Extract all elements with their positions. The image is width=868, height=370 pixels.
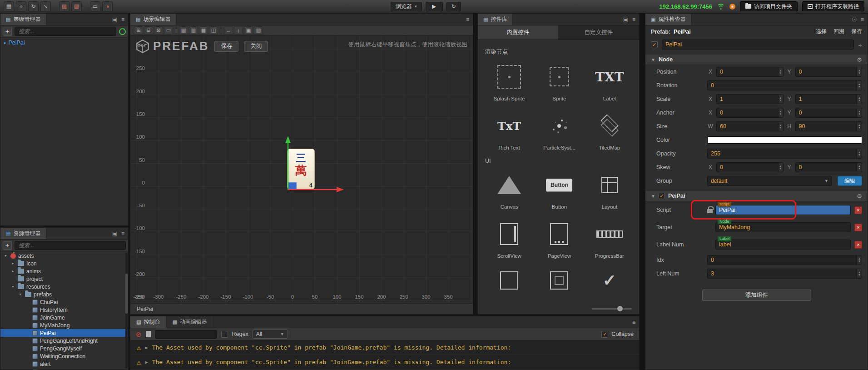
expand-panel-icon[interactable]: ⊡ <box>852 16 857 23</box>
rotation-field[interactable]: 0▲▼ <box>707 80 862 90</box>
anchor-handle[interactable] <box>288 182 297 190</box>
scene-canvas[interactable]: PREFAB 保存 关闭 使用鼠标右键平移视窗焦点，使用滚轮缩放视图 300 2… <box>130 35 473 303</box>
asset-item[interactable]: ▸ anims <box>0 267 128 275</box>
expand-icon[interactable]: ▶ <box>145 360 148 365</box>
library-zoom-slider[interactable] <box>592 308 632 310</box>
asset-item[interactable]: ▾ prefabs <box>0 290 128 298</box>
gear-icon[interactable]: ⚙ <box>857 193 862 200</box>
anchor-y-field[interactable]: 0▲▼ <box>795 108 863 118</box>
menu-icon[interactable]: ≡ <box>121 16 124 23</box>
rect-transform-icon[interactable]: ▭ <box>90 1 100 12</box>
slider-knob[interactable] <box>617 306 623 311</box>
library-item-rich-text[interactable]: TxT Rich Text <box>484 111 534 150</box>
target-field[interactable]: MyMahJong <box>715 222 851 232</box>
left-num-field[interactable]: 3▲▼ <box>707 269 862 279</box>
library-item-progressbar[interactable]: ProgressBar <box>585 220 635 259</box>
tab-scene-editor[interactable]: ▤ 场景编辑器 <box>130 14 176 25</box>
label-num-field[interactable]: label <box>715 240 851 250</box>
position-y-field[interactable]: 0▲▼ <box>795 67 863 77</box>
create-node-button[interactable]: + <box>3 27 12 36</box>
component-enabled-checkbox[interactable]: ✓ <box>659 193 665 199</box>
asset-item[interactable]: ChuPai <box>0 298 128 306</box>
snapshot-icon[interactable]: ▣ <box>623 16 628 23</box>
menu-icon[interactable]: ≡ <box>632 319 635 325</box>
size-w-field[interactable]: 60▲▼ <box>716 121 784 131</box>
scene-toolbar-icon[interactable]: ▥ <box>189 26 198 35</box>
play-button[interactable]: ▶ <box>426 2 443 11</box>
scene-toolbar-icon[interactable]: ⊞ <box>134 26 143 35</box>
scene-toolbar-icon[interactable]: ◫ <box>209 26 218 35</box>
scene-toolbar-icon[interactable]: ▧ <box>254 26 263 35</box>
snapshot-icon[interactable]: ▣ <box>112 230 117 237</box>
chevron-down-icon[interactable]: ▾ <box>10 285 15 289</box>
library-item-widget[interactable] <box>534 266 584 295</box>
script-field[interactable]: PeiPai <box>715 205 851 215</box>
color-swatch[interactable] <box>707 136 862 144</box>
rotate-tool-icon[interactable]: ↻ <box>28 1 39 12</box>
asset-item[interactable]: HistoryItem <box>0 306 128 314</box>
expand-icon[interactable]: ▶ <box>145 345 148 350</box>
y-axis-arrow[interactable] <box>285 136 291 143</box>
regex-checkbox[interactable]: ✓ <box>221 331 228 338</box>
save-prefab-button[interactable]: 保存 <box>214 41 238 52</box>
chevron-down-icon[interactable]: ▾ <box>3 254 8 258</box>
asset-item[interactable]: emoji <box>0 368 128 370</box>
scene-toolbar-icon[interactable]: ▣ <box>244 26 253 35</box>
close-prefab-button[interactable]: 关闭 <box>244 41 268 52</box>
console-filter-input[interactable] <box>155 330 217 339</box>
node-active-checkbox[interactable]: ✓ <box>651 41 658 48</box>
scene-toolbar-icon[interactable]: ▦ <box>199 26 208 35</box>
scene-toolbar-icon[interactable]: ⊠ <box>154 26 163 35</box>
console-warning-row[interactable]: ⚠ ▶ The Asset used by component "cc.Spri… <box>130 340 639 355</box>
size-h-field[interactable]: 90▲▼ <box>795 121 863 131</box>
coordinate-toggle-icon[interactable]: ▧ <box>71 1 82 12</box>
library-item-tiledmap[interactable]: TiledMap <box>585 111 635 150</box>
create-asset-button[interactable]: + <box>3 241 12 250</box>
refresh-button[interactable]: ↻ <box>446 2 461 11</box>
chevron-right-icon[interactable]: ▸ <box>10 261 15 265</box>
skew-y-field[interactable]: 0▲▼ <box>795 162 863 172</box>
library-item-button[interactable]: Button Button <box>534 170 584 210</box>
tab-inspector[interactable]: ▣ 属性检查器 <box>645 14 691 25</box>
menu-icon[interactable]: ≡ <box>861 16 864 23</box>
menu-icon[interactable]: ≡ <box>466 16 469 23</box>
color-mode-icon[interactable]: ◑ <box>102 1 113 12</box>
open-project-folder-button[interactable]: 访问项目文件夹 <box>740 1 798 11</box>
asset-item[interactable]: WaitingConnection <box>0 352 128 360</box>
library-item-sprite[interactable]: Sprite <box>534 62 584 101</box>
library-item-label[interactable]: TXT Label <box>585 62 635 101</box>
asset-item[interactable]: alert <box>0 360 128 368</box>
skew-x-field[interactable]: 0▲▼ <box>716 162 784 172</box>
tab-custom-controls[interactable]: 自定义控件 <box>559 25 640 40</box>
library-item-editbox[interactable] <box>484 266 534 295</box>
menu-icon[interactable]: ≡ <box>121 230 124 237</box>
idx-field[interactable]: 0▲▼ <box>707 255 862 265</box>
console-warning-row[interactable]: ⚠ ▶ The Asset used by component "cc.Spri… <box>130 355 639 370</box>
scene-toolbar-icon[interactable]: ↔ <box>224 26 233 35</box>
node-section-header[interactable]: ▼ Node ⚙ <box>645 54 868 65</box>
asset-item[interactable]: MyMahJong <box>0 321 128 329</box>
collapse-checkbox[interactable]: ✓ <box>601 331 608 338</box>
menu-icon[interactable]: ≡ <box>632 16 635 23</box>
position-x-field[interactable]: 0▲▼ <box>716 67 784 77</box>
scene-toolbar-icon[interactable]: ↕ <box>234 26 243 35</box>
asset-item[interactable]: ▾ assets <box>0 252 128 260</box>
hierarchy-search-input[interactable] <box>15 27 116 36</box>
scale-tool-icon[interactable]: ↘ <box>40 1 51 12</box>
selection-tool-icon[interactable]: ▦ <box>4 1 14 12</box>
gear-icon[interactable]: ⚙ <box>857 56 862 63</box>
scale-y-field[interactable]: 1▲▼ <box>795 94 863 104</box>
log-file-icon[interactable] <box>146 331 151 337</box>
tab-hierarchy[interactable]: ▤ 层级管理器 <box>0 14 46 25</box>
scene-toolbar-icon[interactable]: ⊟ <box>144 26 153 35</box>
add-component-button[interactable]: 添加组件 <box>702 290 811 301</box>
library-item-pageview[interactable]: PageView <box>534 220 584 259</box>
scale-x-field[interactable]: 1▲▼ <box>716 94 784 104</box>
assets-scrollbar[interactable] <box>125 253 128 369</box>
scene-toolbar-icon[interactable]: ▭ <box>164 26 173 35</box>
tab-library[interactable]: ▤ 控件库 <box>478 14 513 25</box>
node-name-field[interactable]: PeiPai <box>662 40 854 50</box>
assets-search-input[interactable] <box>15 241 126 250</box>
remove-reference-button[interactable]: × <box>854 224 862 231</box>
library-item-scrollview[interactable]: ScrollView <box>484 220 534 259</box>
